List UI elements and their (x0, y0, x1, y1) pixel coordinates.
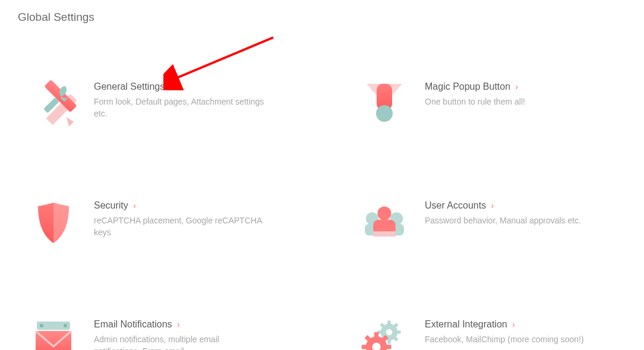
card-title: Email Notifications › (94, 319, 266, 330)
chevron-right-icon: › (133, 201, 136, 210)
title-label: Security (94, 200, 128, 210)
svg-rect-19 (387, 339, 390, 344)
svg-point-26 (386, 329, 393, 336)
svg-rect-28 (374, 332, 378, 339)
card-email-notifications[interactable]: Email Notifications › Admin notification… (30, 318, 295, 350)
gears-icon (361, 318, 408, 350)
card-security[interactable]: Security › reCAPTCHA placement, Google r… (30, 199, 295, 247)
card-text: External Integration › Facebook, MailChi… (425, 318, 584, 345)
card-title: External Integration › (425, 319, 584, 330)
svg-rect-21 (396, 330, 401, 333)
chevron-right-icon: › (512, 320, 515, 329)
card-desc: Form look, Default pages, Attachment set… (94, 96, 266, 120)
card-text: Security › reCAPTCHA placement, Google r… (94, 199, 266, 239)
tools-icon (30, 80, 77, 128)
shield-icon (30, 199, 77, 247)
svg-rect-31 (385, 345, 392, 349)
card-desc: Facebook, MailChimp (more coming soon!) (425, 333, 584, 345)
card-external-integration[interactable]: External Integration › Facebook, MailChi… (361, 318, 626, 350)
card-user-accounts[interactable]: User Accounts › Password behavior, Manua… (361, 199, 626, 247)
page-title: Global Settings (18, 11, 626, 24)
card-title: Security › (94, 200, 266, 211)
card-magic-popup-button[interactable]: Magic Popup Button › One button to rule … (361, 80, 626, 128)
card-text: Email Notifications › Admin notification… (94, 318, 266, 350)
card-text: General Settings › Form look, Default pa… (94, 80, 266, 120)
svg-point-5 (376, 105, 393, 122)
chevron-right-icon: › (516, 82, 519, 92)
title-label: Email Notifications (94, 319, 172, 329)
svg-point-14 (40, 324, 43, 327)
envelope-icon (30, 318, 77, 350)
chevron-right-icon: › (170, 82, 173, 92)
title-label: General Settings (94, 81, 165, 92)
svg-rect-30 (362, 345, 368, 349)
settings-grid: General Settings › Form look, Default pa… (18, 80, 626, 350)
card-desc: One button to rule them all! (425, 96, 525, 108)
card-text: User Accounts › Password behavior, Manua… (425, 199, 581, 226)
svg-rect-18 (387, 320, 390, 326)
title-label: Magic Popup Button (425, 81, 510, 92)
svg-point-10 (377, 206, 391, 220)
magic-popup-icon (361, 80, 408, 128)
card-desc: reCAPTCHA placement, Google reCAPTCHA ke… (94, 215, 266, 239)
svg-rect-12 (373, 231, 395, 237)
card-desc: Password behavior, Manual approvals etc. (425, 215, 581, 226)
title-label: External Integration (425, 319, 507, 329)
card-title: User Accounts › (425, 200, 581, 211)
chevron-right-icon: › (177, 320, 180, 329)
svg-marker-2 (67, 117, 74, 127)
title-label: User Accounts (425, 200, 486, 210)
card-general-settings[interactable]: General Settings › Form look, Default pa… (30, 80, 295, 128)
svg-point-15 (64, 324, 67, 327)
card-desc: Admin notifications, multiple email noti… (94, 333, 266, 350)
card-text: Magic Popup Button › One button to rule … (425, 80, 525, 108)
svg-line-38 (174, 37, 273, 79)
users-icon (361, 199, 408, 247)
chevron-right-icon: › (491, 201, 494, 210)
card-title: General Settings › (94, 81, 266, 92)
card-title: Magic Popup Button › (425, 81, 525, 92)
